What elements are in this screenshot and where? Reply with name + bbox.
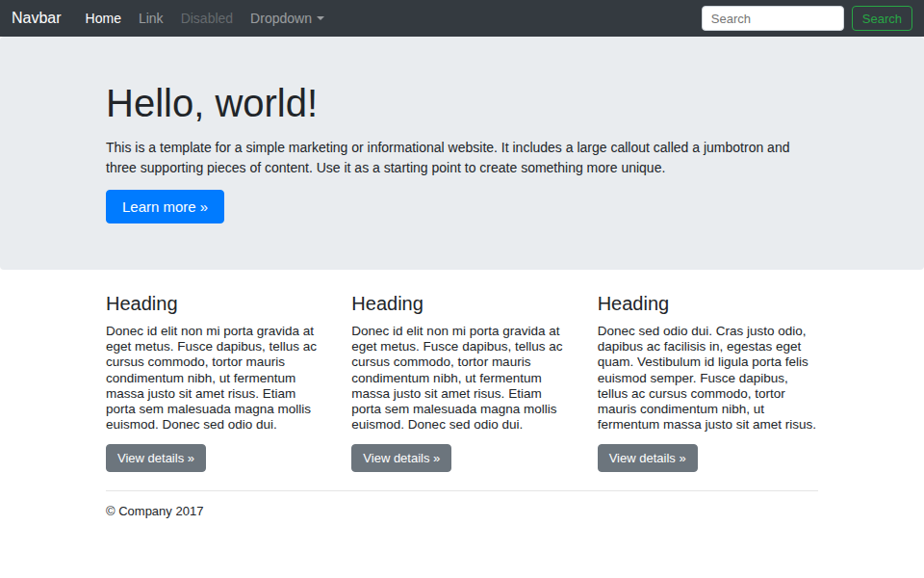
navbar-brand[interactable]: Navbar <box>12 10 62 27</box>
marketing-column-3: Heading Donec sed odio dui. Cras justo o… <box>598 293 818 472</box>
footer-divider <box>106 490 818 491</box>
search-input[interactable] <box>702 6 844 31</box>
main-content: Heading Donec id elit non mi porta gravi… <box>106 293 818 518</box>
copyright-text: © Company 2017 <box>106 504 818 518</box>
nav-item-dropdown-label: Dropdown <box>250 11 312 26</box>
column-heading: Heading <box>106 293 326 315</box>
jumbotron-title: Hello, world! <box>106 81 818 125</box>
caret-down-icon <box>317 16 324 20</box>
column-text: Donec sed odio dui. Cras justo odio, dap… <box>598 324 818 433</box>
marketing-columns: Heading Donec id elit non mi porta gravi… <box>106 293 818 472</box>
jumbotron-description: This is a template for a simple marketin… <box>106 138 818 178</box>
view-details-button-1[interactable]: View details » <box>106 444 206 472</box>
column-heading: Heading <box>351 293 572 315</box>
nav-item-link[interactable]: Link <box>130 11 172 26</box>
marketing-column-2: Heading Donec id elit non mi porta gravi… <box>351 293 572 472</box>
view-details-button-2[interactable]: View details » <box>351 444 451 472</box>
navbar: Navbar Home Link Disabled Dropdown Searc… <box>0 0 924 37</box>
column-text: Donec id elit non mi porta gravida at eg… <box>106 324 326 433</box>
view-details-button-3[interactable]: View details » <box>598 444 698 472</box>
nav-item-dropdown[interactable]: Dropdown <box>242 11 333 26</box>
footer: © Company 2017 <box>106 490 818 518</box>
learn-more-button[interactable]: Learn more » <box>106 190 224 223</box>
nav-item-disabled: Disabled <box>172 11 242 26</box>
jumbotron: Hello, world! This is a template for a s… <box>0 37 924 270</box>
navbar-nav: Home Link Disabled Dropdown <box>77 11 702 26</box>
search-button[interactable]: Search <box>852 6 912 31</box>
navbar-search-form: Search <box>702 6 912 31</box>
nav-item-home[interactable]: Home <box>77 11 130 26</box>
column-text: Donec id elit non mi porta gravida at eg… <box>351 324 572 433</box>
column-heading: Heading <box>598 293 818 315</box>
marketing-column-1: Heading Donec id elit non mi porta gravi… <box>106 293 326 472</box>
